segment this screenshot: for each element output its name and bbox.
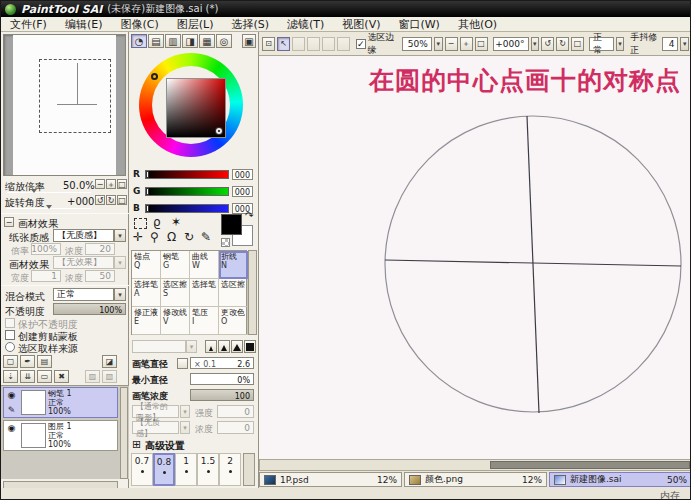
view-angle-field[interactable]: +000° [493, 37, 529, 51]
navigator-viewport[interactable] [39, 59, 111, 133]
menu-edit[interactable]: 编辑(E) [56, 17, 112, 32]
advanced-settings-label[interactable]: 高级设置 [145, 439, 185, 453]
color-panel-menu-button[interactable]: ▣ [242, 34, 256, 48]
color-mixer-toggle[interactable]: ◨ [182, 34, 198, 48]
tool-recolor[interactable]: 更改色O [219, 307, 248, 335]
hsv-slider-toggle[interactable]: ▥ [165, 34, 181, 48]
paper-texture-dropdown-button[interactable]: ▾ [114, 229, 126, 242]
tool-edit-line[interactable]: 修改线V [161, 307, 190, 335]
tool-curve[interactable]: 曲线W [190, 251, 219, 279]
zoom-tool[interactable]: ⚲ [150, 230, 159, 244]
rotate-reset-button[interactable]: □ [571, 37, 584, 51]
swap-colors-icon[interactable]: ↷ [245, 210, 253, 221]
layer-list-vscrollbar[interactable] [120, 387, 128, 479]
tool-correction[interactable]: 修正液E [132, 307, 161, 335]
tool-pressure[interactable]: 笔压I [190, 307, 219, 335]
nav-rotate-ccw-button[interactable]: ↺ [95, 195, 105, 205]
layer-visibility-toggle[interactable]: ◉ [8, 421, 16, 436]
scratchpad-toggle[interactable]: ◎ [216, 34, 232, 48]
tool-grid-vscrollbar[interactable] [248, 250, 257, 335]
new-linework-layer-button[interactable]: ✒ [20, 355, 35, 368]
tool-polyline[interactable]: 折线N [219, 251, 248, 279]
canvas-surface[interactable]: 在圆的中心点画十的对称点 [259, 56, 691, 459]
brush-diameter-slider[interactable]: × 0.1 2.6 [190, 357, 254, 369]
size-preset-0.8[interactable]: 0.8 [153, 453, 175, 486]
layer-mask-button[interactable]: ◪ [102, 355, 117, 368]
menu-file[interactable]: 文件(F) [1, 17, 56, 32]
view-angle-dropdown-button[interactable]: ▾ [531, 37, 540, 51]
rect-select-tool[interactable] [134, 218, 147, 229]
delete-layer-button[interactable]: ✖ [54, 370, 69, 383]
nav-zoom-in-button[interactable]: ＋ [106, 179, 116, 189]
nav-zoom-out-button[interactable]: − [95, 179, 105, 189]
tool-anchor[interactable]: 锚点Q [132, 251, 161, 279]
new-layer-folder-button[interactable]: ▤ [37, 355, 52, 368]
g-slider[interactable] [145, 187, 229, 196]
rotate-cw-button[interactable]: ↻ [556, 37, 569, 51]
merge-down-button[interactable]: ⇊ [20, 370, 35, 383]
brush-edge-hard-button[interactable] [231, 340, 243, 353]
diameter-unit-button[interactable] [177, 358, 188, 369]
menu-view[interactable]: 视图(V) [333, 17, 389, 32]
size-preset-2[interactable]: 2 [219, 453, 241, 486]
quick-blend-field[interactable]: 正常 [589, 37, 614, 51]
menu-layer[interactable]: 图层(L) [168, 17, 223, 32]
tab-color-png[interactable]: 颜色.png 12% [404, 472, 547, 487]
brush-density-slider[interactable]: 100 [190, 389, 254, 401]
view-zoom-field[interactable]: 50% [402, 37, 432, 51]
blend-mode-dropdown-button[interactable]: ▾ [114, 288, 126, 301]
zoom-reset-button[interactable]: □ [475, 37, 488, 51]
zoom-in-button[interactable]: ＋ [460, 37, 473, 51]
menu-window[interactable]: 窗口(W) [389, 17, 448, 32]
selection-source-radio[interactable] [5, 342, 15, 352]
canvas-hscrollbar[interactable] [259, 459, 691, 471]
nav-rotate-reset-button[interactable]: □ [117, 195, 127, 205]
tool-select-eraser[interactable]: 选区擦S [161, 279, 190, 307]
rotate-canvas-tool[interactable]: Ω [167, 230, 176, 244]
brush-edge-square-button[interactable] [244, 340, 256, 353]
brush-edge-medium-button[interactable] [218, 340, 230, 353]
clear-layer-button[interactable]: ▭ [37, 370, 52, 383]
quick-tool-a-button[interactable]: ⊡ [262, 37, 275, 51]
menu-image[interactable]: 图像(C) [111, 17, 167, 32]
rotate-ccw-button[interactable]: ↺ [541, 37, 554, 51]
menu-others[interactable]: 其他(O) [449, 17, 506, 32]
menu-filter[interactable]: 滤镜(T) [278, 17, 333, 32]
transfer-down-button[interactable]: ⇣ [3, 370, 18, 383]
clipping-group-checkbox[interactable] [5, 330, 15, 340]
saturation-value-square[interactable] [166, 78, 226, 138]
min-diameter-slider[interactable]: 0% [190, 373, 254, 385]
zoom-out-button[interactable]: − [445, 37, 458, 51]
navigator-preview[interactable] [3, 34, 126, 176]
quick-blend-dropdown-button[interactable]: ▾ [616, 37, 625, 51]
tool-pen[interactable]: 钢笔G [161, 251, 190, 279]
nav-zoom-slider[interactable] [7, 192, 91, 193]
material-collapse-button[interactable]: − [4, 217, 14, 227]
menu-select[interactable]: 选择(S) [222, 17, 278, 32]
layer-visibility-toggle[interactable]: ◉ [8, 388, 16, 403]
nav-rotate-cw-button[interactable]: ↻ [106, 195, 116, 205]
size-preset-1.5[interactable]: 1.5 [197, 453, 219, 486]
r-slider[interactable] [145, 170, 229, 179]
layer-row-linework[interactable]: ◉ ✎ 钢笔 1 正常 100% [3, 387, 118, 418]
color-wheel-toggle[interactable]: ◔ [131, 34, 147, 48]
b-slider[interactable] [145, 204, 229, 213]
nav-zoom-reset-button[interactable]: □ [117, 179, 127, 189]
selection-edge-checkbox[interactable]: ✓ [356, 39, 366, 49]
move-tool[interactable]: ✛ [133, 230, 143, 244]
new-layer-button[interactable]: ▢ [3, 355, 18, 368]
tab-new-image-sai[interactable]: 新建图像.sai 50% [549, 472, 691, 487]
rgb-slider-toggle[interactable]: ▤ [148, 34, 164, 48]
swatches-toggle[interactable]: ▦ [199, 34, 215, 48]
transparent-color-button[interactable] [221, 238, 230, 247]
tool-select-pen-2[interactable]: 选择笔 [190, 279, 219, 307]
tab-1p-psd[interactable]: 1P.psd 12% [259, 472, 402, 487]
foreground-color-swatch[interactable] [221, 214, 242, 235]
blend-mode-select[interactable]: 正常 [53, 288, 114, 301]
lasso-tool[interactable]: ϱ [153, 215, 161, 229]
magic-wand-tool[interactable]: ✶ [171, 215, 181, 229]
layer-row-normal[interactable]: ◉ 图层 1 正常 100% [3, 420, 118, 451]
quick-tool-b-button[interactable]: ↖ [277, 37, 290, 51]
eyedropper-tool[interactable]: ✎ [201, 230, 211, 244]
tool-select-pen[interactable]: 选择笔A [132, 279, 161, 307]
